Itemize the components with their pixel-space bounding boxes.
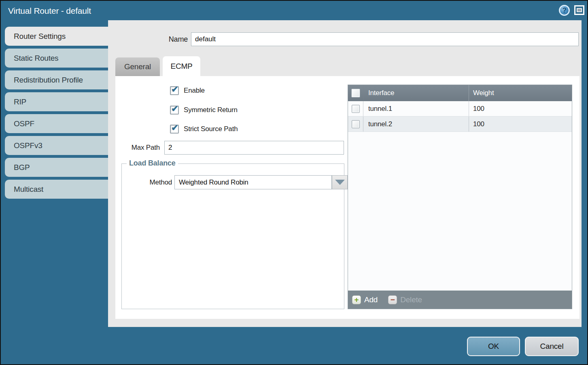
sidebar: Router Settings Static Routes Redistribu… (5, 27, 108, 202)
strict-source-path-label: Strict Source Path (184, 125, 238, 133)
add-button[interactable]: + Add (352, 295, 378, 304)
symmetric-return-checkbox[interactable] (170, 106, 179, 115)
strict-source-path-row: Strict Source Path (170, 124, 238, 134)
name-input[interactable] (191, 32, 579, 46)
row-checkbox-cell (348, 117, 363, 132)
sidebar-item-bgp[interactable]: BGP (5, 158, 108, 177)
header-checkbox-cell (348, 85, 363, 101)
table-empty-area (348, 132, 572, 291)
table-header: Interface Weight (348, 85, 572, 101)
table-row[interactable]: tunnel.2 100 (348, 117, 572, 132)
interface-column-header: Interface (363, 85, 469, 101)
interface-table: Interface Weight tunnel.1 100 tunnel.2 1… (348, 85, 572, 309)
select-all-checkbox[interactable] (351, 89, 360, 98)
delete-button-label: Delete (400, 295, 422, 304)
minimize-window-icon[interactable] (574, 5, 584, 15)
add-button-label: Add (364, 295, 378, 304)
ecmp-tab-content: Enable Symmetric Return Strict Source Pa… (115, 76, 580, 319)
symmetric-return-label: Symmetric Return (184, 106, 238, 114)
delete-button[interactable]: − Delete (388, 295, 422, 304)
chevron-down-icon (335, 180, 345, 185)
enable-label: Enable (184, 87, 205, 95)
sidebar-item-ospfv3[interactable]: OSPFv3 (5, 136, 108, 155)
help-icon[interactable]: ? (559, 5, 570, 16)
plus-icon: + (352, 295, 361, 304)
max-path-label: Max Path (123, 141, 160, 155)
interface-cell: tunnel.1 (363, 101, 469, 116)
window-glyph (577, 8, 582, 12)
method-dropdown-button[interactable] (332, 175, 348, 189)
router-settings-panel: Name General ECMP Enable Symmetric Retur… (108, 20, 582, 327)
virtual-router-dialog: Virtual Router - default ? Router Settin… (0, 0, 588, 365)
tab-ecmp[interactable]: ECMP (163, 56, 200, 76)
minus-icon: − (388, 295, 397, 304)
load-balance-fieldset: Load Balance Method Weighted Round Robin (121, 163, 344, 309)
sidebar-item-ospf[interactable]: OSPF (5, 114, 108, 133)
table-row[interactable]: tunnel.1 100 (348, 101, 572, 117)
cancel-button[interactable]: Cancel (525, 337, 579, 356)
method-select[interactable]: Weighted Round Robin (174, 175, 332, 189)
sidebar-item-redistribution-profile[interactable]: Redistribution Profile (5, 70, 108, 89)
sidebar-item-static-routes[interactable]: Static Routes (5, 49, 108, 68)
sidebar-item-multicast[interactable]: Multicast (5, 180, 108, 199)
enable-checkbox[interactable] (170, 86, 179, 95)
interface-cell: tunnel.2 (363, 117, 469, 132)
ok-button[interactable]: OK (467, 337, 520, 356)
max-path-input[interactable] (164, 141, 344, 155)
method-label: Method (136, 175, 172, 189)
tab-general[interactable]: General (115, 57, 160, 76)
sidebar-item-rip[interactable]: RIP (5, 92, 108, 111)
row-checkbox[interactable] (352, 120, 360, 128)
weight-column-header: Weight (469, 85, 572, 101)
row-checkbox-cell (348, 101, 363, 116)
table-footer: + Add − Delete (348, 291, 572, 309)
weight-cell: 100 (469, 117, 572, 132)
sidebar-item-router-settings[interactable]: Router Settings (5, 27, 108, 46)
load-balance-legend: Load Balance (127, 159, 178, 168)
dialog-title: Virtual Router - default (8, 6, 91, 16)
row-checkbox[interactable] (352, 105, 360, 113)
titlebar: Virtual Router - default ? (1, 1, 587, 20)
weight-cell: 100 (469, 101, 572, 116)
symmetric-return-row: Symmetric Return (170, 105, 238, 115)
name-label: Name (149, 32, 188, 46)
enable-row: Enable (170, 86, 205, 95)
strict-source-path-checkbox[interactable] (170, 125, 179, 134)
